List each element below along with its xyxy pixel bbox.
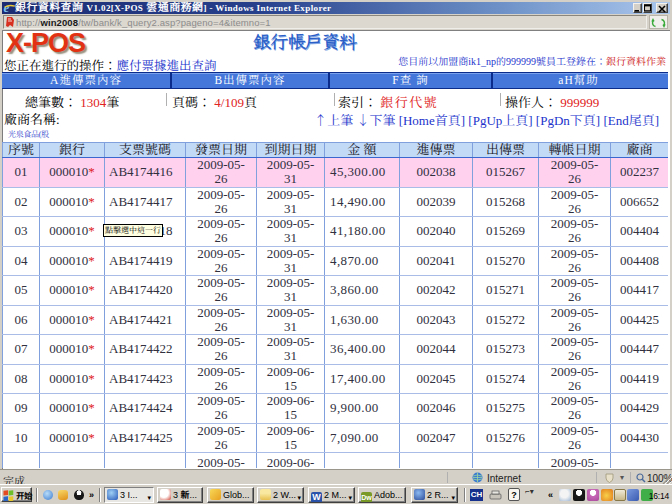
svg-text:e: e	[4, 1, 10, 14]
